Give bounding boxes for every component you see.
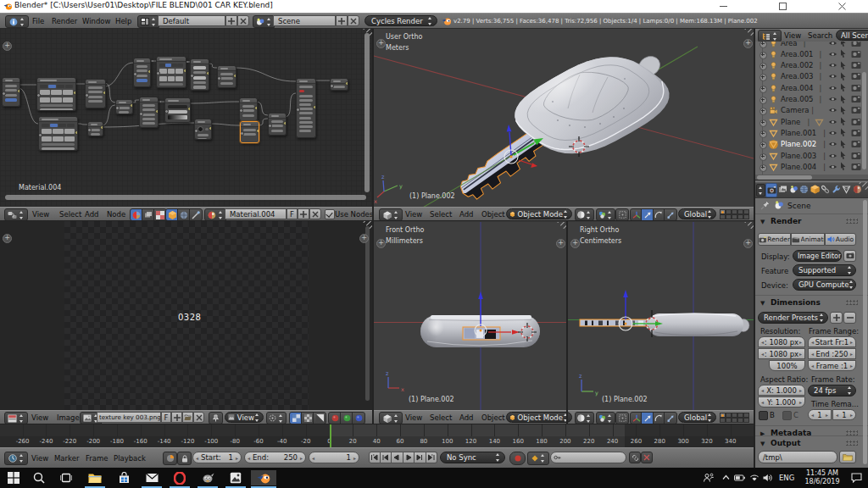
node-editor-region-toggle[interactable]: + <box>3 42 12 51</box>
taskbar-search[interactable] <box>29 470 49 485</box>
feature-set-dropdown[interactable]: Supported <box>793 264 856 276</box>
visibility-eye-icon[interactable] <box>828 61 837 69</box>
image-open-button[interactable] <box>182 412 193 423</box>
play-button[interactable] <box>403 452 415 463</box>
viewport-front-left-region-toggle[interactable]: + <box>376 239 386 248</box>
node-menu-view[interactable]: View <box>32 208 49 221</box>
taskbar-photos[interactable] <box>225 470 246 485</box>
render-presets-dropdown[interactable]: Render Presets <box>758 312 828 324</box>
visibility-eye-icon[interactable] <box>828 72 837 80</box>
outliner-menu-view[interactable]: View <box>784 29 801 42</box>
layers-widget[interactable] <box>720 413 752 423</box>
viewport-main-right-region-toggle[interactable]: + <box>743 39 753 48</box>
image-pin-button[interactable] <box>209 412 223 424</box>
jump-to-prev-keyframe-button[interactable] <box>381 452 392 463</box>
tab-data[interactable] <box>842 183 852 196</box>
menu-file[interactable]: File <box>32 14 44 29</box>
renderability-camera-icon[interactable] <box>851 106 861 114</box>
menu-render[interactable]: Render <box>52 14 77 29</box>
properties-context-cycle[interactable] <box>756 184 765 197</box>
minimize-button[interactable] <box>720 0 745 13</box>
expand-toggle[interactable] <box>760 108 767 115</box>
uv-editor-vscrollbar[interactable] <box>365 226 370 401</box>
outliner-item-area.004[interactable]: Area.004| <box>755 83 868 94</box>
taskbar-start[interactable] <box>3 470 24 485</box>
render-panel-expand[interactable]: ▼ <box>760 219 765 225</box>
renderability-camera-icon[interactable] <box>851 140 861 148</box>
viewport-shading-dropdown[interactable] <box>575 208 594 221</box>
output-panel-expand[interactable]: ▼ <box>760 441 765 447</box>
renderability-camera-icon[interactable] <box>851 152 861 160</box>
selectable-cursor-icon[interactable] <box>839 140 847 149</box>
viewport-menu-select[interactable]: Select <box>430 411 452 424</box>
menu-window[interactable]: Window <box>82 14 111 29</box>
layers-widget[interactable] <box>720 209 752 219</box>
draw-channel-z-toggle[interactable] <box>313 412 326 424</box>
aspect-x-field[interactable]: X: 1.000 <box>758 385 805 396</box>
expand-toggle[interactable] <box>760 74 767 81</box>
sync-mode-dropdown[interactable]: No Sync <box>440 452 505 463</box>
uv-editor-left-region-toggle[interactable]: + <box>3 234 12 243</box>
outliner-filter-dropdown[interactable]: All Scenes <box>836 30 868 41</box>
editor-type-3dview-button[interactable] <box>379 208 403 221</box>
shader-node[interactable] <box>2 77 20 107</box>
visibility-eye-icon[interactable] <box>828 140 837 148</box>
tray-clock[interactable]: 11:45 AM18/6/2019 <box>798 469 846 486</box>
shader-node[interactable] <box>164 97 191 123</box>
node-editor-hscrollbar[interactable] <box>5 195 366 200</box>
preset-add-button[interactable] <box>830 312 843 324</box>
jump-to-start-button[interactable] <box>369 452 381 463</box>
node-menu-node[interactable]: Node <box>107 208 125 221</box>
outliner-item-area.001[interactable]: Area.001| <box>755 49 868 60</box>
uv-image-editor[interactable]: 0328 + + <box>0 221 372 410</box>
image-fake-user-button[interactable]: F <box>161 412 171 423</box>
node-menu-select[interactable]: Select <box>59 208 81 221</box>
shader-node[interactable] <box>296 78 316 138</box>
keying-set-dropdown[interactable] <box>527 452 549 465</box>
shader-node[interactable] <box>139 97 159 128</box>
outliner-item-plane.001[interactable]: Plane.001| <box>755 128 868 139</box>
visibility-eye-icon[interactable] <box>828 50 837 58</box>
renderability-camera-icon[interactable] <box>851 61 861 69</box>
viewport-menu-object[interactable]: Object <box>481 411 505 424</box>
snap-toggle[interactable] <box>615 412 629 424</box>
snap-toggle[interactable] <box>615 208 629 221</box>
jump-to-next-keyframe-button[interactable] <box>415 452 426 463</box>
outliner-menu-search[interactable]: Search <box>808 29 832 42</box>
expand-toggle[interactable] <box>760 164 767 172</box>
material-add-button[interactable] <box>298 208 309 219</box>
selectable-cursor-icon[interactable] <box>839 106 847 115</box>
viewport-shading-dropdown[interactable] <box>575 412 594 424</box>
viewport-front[interactable]: z x Front Ortho Millimeters (1) Plane.00… <box>374 221 566 410</box>
battery-icon[interactable] <box>734 474 745 481</box>
taskbar-opera[interactable] <box>170 470 190 485</box>
shader-node[interactable] <box>268 113 287 136</box>
screen-layout-name-field[interactable]: Default <box>158 15 225 26</box>
shader-node[interactable] <box>133 58 151 87</box>
tab-render[interactable] <box>765 183 777 197</box>
timeline-menu-marker[interactable]: Marker <box>54 448 79 468</box>
viewport-menu-add[interactable]: Add <box>459 208 473 221</box>
node-editor-vscrollbar[interactable] <box>364 33 370 192</box>
divider-mid-right[interactable] <box>754 28 755 468</box>
tab-scene[interactable] <box>788 183 798 196</box>
resolution-x-field[interactable]: : 1080 px <box>758 336 805 347</box>
frame-step-field[interactable]: Frame :1 <box>808 360 856 371</box>
screen-layout-add-button[interactable] <box>225 15 237 26</box>
shader-node[interactable] <box>85 79 106 108</box>
dimensions-panel-expand[interactable]: ▼ <box>760 300 765 307</box>
visibility-eye-icon[interactable] <box>828 42 837 47</box>
time-remap-old-field[interactable]: 1 <box>808 409 832 420</box>
scene-add-button[interactable] <box>336 15 348 26</box>
uv-menu-view[interactable]: View <box>31 411 48 424</box>
editor-type-timeline-button[interactable] <box>4 452 28 465</box>
editor-type-node-button[interactable] <box>4 208 28 221</box>
selectable-cursor-icon[interactable] <box>839 95 847 104</box>
shader-node[interactable] <box>156 56 186 88</box>
material-name-field[interactable]: Material.004 <box>225 208 287 219</box>
selectable-cursor-icon[interactable] <box>839 61 847 70</box>
timeline-menu-frame[interactable]: Frame <box>86 448 108 468</box>
shader-node[interactable] <box>217 65 236 88</box>
scene-delete-button[interactable] <box>348 15 359 26</box>
pivot-point-dropdown[interactable] <box>596 412 615 424</box>
